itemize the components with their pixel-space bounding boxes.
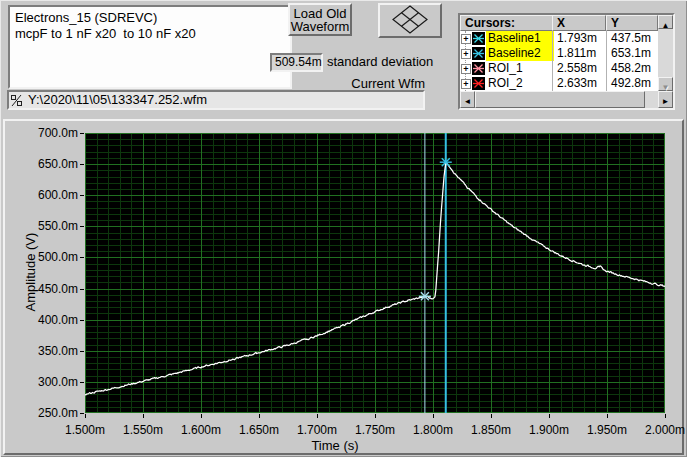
y-tick-mark <box>80 351 84 352</box>
std-deviation-label: standard deviation <box>327 54 433 69</box>
cursor-row[interactable]: + ROI_2 2.633m 492.8m <box>460 76 658 91</box>
y-tick-label: 650.0m <box>34 157 78 171</box>
waveform-comment-box[interactable]: Electrons_15 (SDREVC) mcpF to 1 nF x20 t… <box>8 5 292 89</box>
x-axis-title: Time (s) <box>235 438 435 453</box>
x-tick-label: 1.700m <box>293 423 341 437</box>
std-deviation-value: 509.54m <box>275 55 322 69</box>
x-tick-label: 2.000m <box>641 423 687 437</box>
load-old-waveform-button[interactable]: Load Old Waveform <box>288 3 352 36</box>
cursor-x-value: 2.633m <box>552 76 607 91</box>
x-tick-label: 1.800m <box>409 423 457 437</box>
x-tick-label: 1.650m <box>235 423 283 437</box>
cursor-row[interactable]: + ROI_1 2.558m 458.2m <box>460 61 658 76</box>
expand-plus-icon[interactable]: + <box>461 34 471 44</box>
cursor-row[interactable]: + Baseline1 1.793m 437.5m <box>460 31 658 46</box>
y-tick-label: 450.0m <box>34 282 78 296</box>
current-wfm-label: Current Wfm <box>285 76 425 91</box>
graph-palette-button[interactable] <box>378 3 442 38</box>
std-deviation-indicator: 509.54m <box>270 53 323 72</box>
cursor-name[interactable]: ROI_2 <box>486 76 554 91</box>
expand-plus-icon[interactable]: + <box>461 64 471 74</box>
waveform-subtitle: mcpF to 1 nF x20 to 10 nF x20 <box>15 26 285 42</box>
cursor-y-value: 653.1m <box>606 46 658 61</box>
cursor-list-hscrollbar[interactable]: ◄ ► <box>460 91 673 108</box>
y-tick-mark <box>80 289 84 290</box>
current-wfm-path-control[interactable]: Y:\2020\11\05\133347.252.wfm <box>7 90 425 110</box>
scroll-down-button[interactable]: ▼ <box>658 77 673 91</box>
scroll-right-button[interactable]: ► <box>658 91 673 108</box>
x-column-header: X <box>552 15 606 31</box>
x-tick-mark <box>259 414 260 418</box>
y-tick-label: 500.0m <box>34 250 78 264</box>
diamond-grid-icon <box>381 5 439 34</box>
cursor-style-icon <box>472 77 485 90</box>
y-tick-mark <box>80 133 84 134</box>
cursor-list-vscrollbar[interactable]: ▲ ▼ <box>658 15 673 91</box>
y-tick-label: 400.0m <box>34 313 78 327</box>
scroll-left-button[interactable]: ◄ <box>460 91 475 108</box>
y-tick-mark <box>80 164 84 165</box>
expand-plus-icon[interactable]: + <box>461 49 471 59</box>
cursor-x-value: 1.793m <box>552 31 607 46</box>
cursor-style-icon <box>472 32 485 45</box>
y-tick-label: 600.0m <box>34 188 78 202</box>
cursor-y-value: 437.5m <box>606 31 658 46</box>
expand-plus-icon[interactable]: + <box>461 79 471 89</box>
cursor-x-value: 1.811m <box>552 46 607 61</box>
x-tick-label: 1.600m <box>177 423 225 437</box>
x-tick-mark <box>549 414 550 418</box>
x-tick-mark <box>665 414 666 418</box>
file-path-text: Y:\2020\11\05\133347.252.wfm <box>28 92 207 108</box>
x-tick-mark <box>433 414 434 418</box>
cursor-style-icon <box>472 47 485 60</box>
up-arrow-icon: ▲ <box>662 21 670 30</box>
load-button-label-line2: Waveform <box>290 20 350 33</box>
hscroll-thumb[interactable] <box>475 91 645 108</box>
scroll-up-button[interactable]: ▲ <box>658 15 673 29</box>
x-tick-label: 1.850m <box>467 423 515 437</box>
y-tick-mark <box>80 195 84 196</box>
y-tick-mark <box>80 382 84 383</box>
y-tick-mark <box>80 413 84 414</box>
x-tick-label: 1.750m <box>351 423 399 437</box>
cursor-name[interactable]: Baseline2 <box>486 46 554 61</box>
cursor-style-icon <box>472 62 485 75</box>
x-tick-mark <box>201 414 202 418</box>
cursor-row[interactable]: + Baseline2 1.811m 653.1m <box>460 46 658 61</box>
column-divider <box>552 31 553 91</box>
x-tick-mark <box>85 414 86 418</box>
cursor-name[interactable]: ROI_1 <box>486 61 554 76</box>
y-tick-mark <box>80 226 84 227</box>
waveform-title: Electrons_15 (SDREVC) <box>15 10 285 26</box>
path-type-icon <box>10 93 23 107</box>
cursor-y-value: 458.2m <box>606 61 658 76</box>
front-panel: Electrons_15 (SDREVC) mcpF to 1 nF x20 t… <box>0 0 687 457</box>
y-tick-label: 250.0m <box>34 406 78 420</box>
y-tick-mark <box>80 320 84 321</box>
x-tick-mark <box>491 414 492 418</box>
x-tick-label: 1.550m <box>119 423 167 437</box>
cursor-list: + Baseline1 1.793m 437.5m + Baseline2 1.… <box>460 31 658 91</box>
x-tick-mark <box>607 414 608 418</box>
right-arrow-icon: ► <box>662 97 670 106</box>
x-tick-mark <box>317 414 318 418</box>
y-column-header: Y <box>606 15 658 31</box>
x-tick-mark <box>375 414 376 418</box>
cursor-y-value: 492.8m <box>606 76 658 91</box>
y-tick-label: 550.0m <box>34 219 78 233</box>
x-tick-label: 1.950m <box>583 423 631 437</box>
waveform-plot-area[interactable] <box>85 133 665 413</box>
cursor-legend: Cursors: X Y + Baseline1 1.793m 437.5m +… <box>458 13 675 110</box>
x-tick-label: 1.900m <box>525 423 573 437</box>
y-tick-label: 350.0m <box>34 344 78 358</box>
x-tick-mark <box>143 414 144 418</box>
cursors-column-header: Cursors: <box>460 15 553 31</box>
left-arrow-icon: ◄ <box>464 97 472 106</box>
cursor-x-value: 2.558m <box>552 61 607 76</box>
y-tick-label: 300.0m <box>34 375 78 389</box>
y-tick-label: 700.0m <box>34 126 78 140</box>
column-divider <box>606 31 607 91</box>
y-tick-mark <box>80 257 84 258</box>
x-tick-label: 1.500m <box>61 423 109 437</box>
cursor-name[interactable]: Baseline1 <box>486 31 554 46</box>
